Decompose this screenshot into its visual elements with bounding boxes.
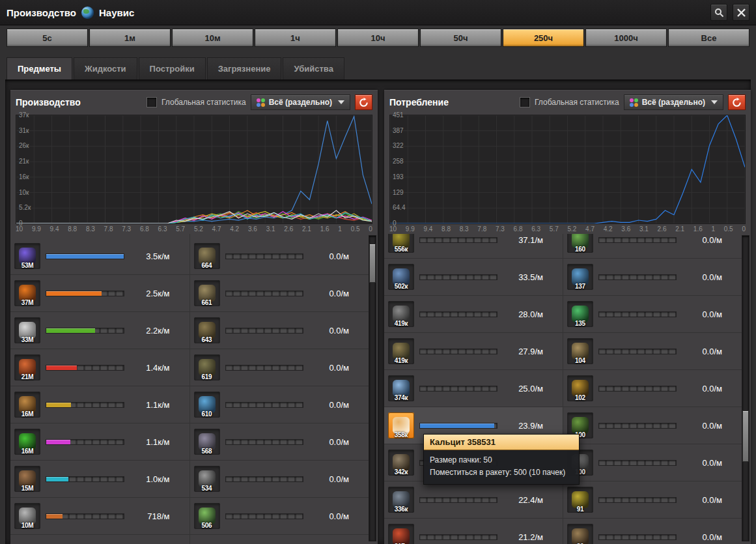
tab-1[interactable]: Жидкости [74, 57, 137, 79]
item-icon[interactable]: 664 [194, 243, 220, 269]
refresh-button[interactable] [728, 94, 746, 110]
item-icon[interactable]: 506 [194, 503, 220, 529]
item-icon[interactable]: 419к [388, 338, 414, 364]
list-item[interactable]: 1370.0/м [563, 259, 742, 296]
scrollbar-handle[interactable] [742, 410, 749, 462]
list-item[interactable]: 502к33.5/м [384, 259, 563, 296]
list-item[interactable]: 419к28.0/м [384, 296, 563, 333]
list-item[interactable]: 336к22.4/м [384, 481, 563, 519]
item-icon[interactable]: 53M [14, 243, 40, 269]
item-icon[interactable]: 104 [567, 338, 593, 364]
item-rate: 21.2/м [503, 532, 543, 542]
time-button-3[interactable]: 1ч [255, 29, 336, 47]
item-icon[interactable]: 102 [567, 375, 593, 401]
item-icon[interactable]: 556к [388, 234, 414, 253]
item-icon[interactable]: 342к [388, 450, 414, 476]
list-item[interactable]: 1000.0/м [563, 444, 742, 481]
list-item[interactable]: 910.0/м [563, 481, 742, 519]
time-button-7[interactable]: 1000ч [585, 29, 667, 47]
time-button-1[interactable]: 1м [89, 29, 171, 47]
tab-0[interactable]: Предметы [7, 57, 72, 79]
refresh-button[interactable] [355, 94, 372, 110]
item-icon[interactable]: 100 [567, 450, 593, 476]
item-icon[interactable]: 80 [567, 524, 593, 544]
item-icon[interactable]: 37M [14, 280, 40, 306]
item-icon[interactable]: 661 [194, 280, 220, 306]
item-rate: 0.0/м [682, 272, 722, 282]
scrollbar-track[interactable] [369, 235, 376, 541]
item-icon[interactable]: 610 [194, 392, 220, 418]
item-icon[interactable]: 15M [14, 466, 40, 492]
item-icon[interactable]: 419к [388, 301, 414, 327]
item-icon[interactable]: 534 [194, 466, 220, 492]
list-item[interactable]: 6640.0/м [190, 238, 369, 275]
item-icon[interactable]: 643 [194, 317, 220, 343]
item-bar-fill [420, 423, 494, 428]
item-icon[interactable]: 10M [14, 503, 40, 529]
list-item[interactable]: 15M1.0к/м [10, 461, 189, 498]
close-button[interactable] [733, 4, 749, 21]
list-item[interactable]: 1350.0/м [563, 296, 742, 333]
global-stats-checkbox[interactable] [147, 97, 157, 107]
list-item[interactable]: 33M2.2к/м [10, 312, 189, 349]
item-icon[interactable]: 33M [14, 317, 40, 343]
list-item[interactable]: 6430.0/м [190, 312, 369, 349]
list-item[interactable]: 37M2.5к/м [10, 275, 189, 312]
list-item[interactable]: 1000.0/м [563, 407, 742, 444]
filter-dropdown[interactable]: Всё (раздельно) [624, 94, 723, 110]
time-button-5[interactable]: 50ч [420, 29, 501, 47]
item-icon[interactable]: 137 [567, 264, 593, 290]
scrollbar-track[interactable] [742, 235, 749, 541]
item-icon[interactable]: 91 [567, 487, 593, 513]
time-button-4[interactable]: 10ч [337, 29, 419, 47]
list-item[interactable]: 10M718/м [10, 498, 189, 535]
item-icon[interactable]: 374к [388, 375, 414, 401]
item-icon[interactable]: 358к [388, 412, 414, 438]
list-item[interactable]: 5680.0/м [190, 423, 369, 461]
scrollbar-handle[interactable] [369, 244, 376, 283]
list-item[interactable]: 5340.0/м [190, 461, 369, 498]
item-icon[interactable]: 16M [14, 392, 40, 418]
item-icon[interactable]: 16M [14, 429, 40, 455]
tab-4[interactable]: Убийства [283, 57, 344, 79]
item-icon[interactable]: 21M [14, 354, 40, 380]
list-item[interactable]: 53M3.5к/м [10, 238, 189, 275]
item-icon[interactable]: 100 [567, 412, 593, 438]
list-item[interactable]: 358к23.9/м [384, 407, 563, 444]
global-stats-checkbox[interactable] [520, 97, 530, 107]
search-button[interactable] [710, 4, 727, 21]
list-item[interactable]: 16M1.1к/м [10, 386, 189, 423]
list-item[interactable]: 16M1.1к/м [10, 423, 189, 461]
item-icon[interactable]: 568 [194, 429, 220, 455]
time-button-0[interactable]: 5с [7, 29, 88, 47]
item-icon[interactable]: 317к [388, 524, 414, 544]
filter-dropdown[interactable]: Всё (раздельно) [251, 94, 350, 110]
time-button-6[interactable]: 250ч [503, 29, 584, 47]
list-item[interactable]: 6100.0/м [190, 386, 369, 423]
tab-2[interactable]: Постройки [139, 57, 206, 79]
list-item[interactable]: 1020.0/м [563, 370, 742, 407]
list-item[interactable]: 6610.0/м [190, 275, 369, 312]
item-icon[interactable]: 619 [194, 354, 220, 380]
x-axis-label: 3.1 [266, 225, 275, 233]
list-item[interactable]: 556к37.1/м [384, 234, 563, 259]
list-item[interactable]: 5060.0/м [190, 498, 369, 535]
tab-3[interactable]: Загрязнение [207, 57, 282, 79]
list-item[interactable]: 6190.0/м [190, 349, 369, 386]
item-icon[interactable]: 160 [567, 234, 593, 253]
item-rate: 0.0/м [309, 363, 349, 373]
list-item[interactable]: 21M1.4к/м [10, 349, 189, 386]
list-item[interactable]: 342к [384, 444, 563, 481]
item-icon[interactable]: 135 [567, 301, 593, 327]
time-button-8[interactable]: Все [668, 29, 749, 47]
item-icon[interactable]: 502к [388, 264, 414, 290]
list-item[interactable]: 374к25.0/м [384, 370, 563, 407]
list-item[interactable]: 419к27.9/м [384, 333, 563, 370]
list-item[interactable]: 1600.0/м [563, 234, 742, 259]
item-bar [419, 386, 497, 392]
time-button-2[interactable]: 10м [172, 29, 253, 47]
list-item[interactable]: 800.0/м [563, 519, 742, 544]
list-item[interactable]: 1040.0/м [563, 333, 742, 370]
item-icon[interactable]: 336к [388, 487, 414, 513]
list-item[interactable]: 317к21.2/м [384, 519, 563, 544]
